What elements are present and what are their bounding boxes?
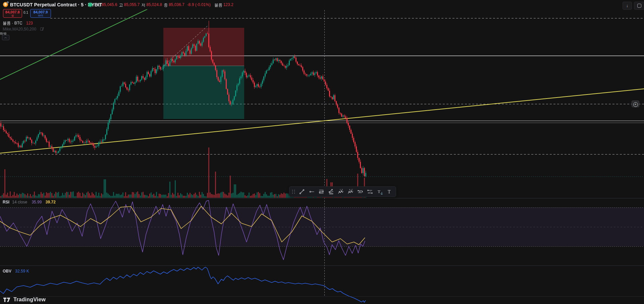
anchored-text-icon: T⚓	[377, 189, 383, 195]
svg-text:1: 1	[340, 189, 341, 191]
btc-symbol-icon: ₿	[3, 2, 8, 7]
obv-legend-title: OBV	[3, 269, 11, 273]
low-value: 85,024.8	[146, 2, 162, 8]
parallel-channel-icon	[357, 189, 363, 195]
svg-text:T: T	[378, 189, 380, 194]
tool-disjoint-channel[interactable]	[365, 187, 374, 196]
horizontal-ray-icon	[309, 189, 315, 195]
drawing-toolbar: 15ACT⚓T	[289, 186, 396, 197]
pitchfork-icon	[328, 189, 334, 195]
eye-hidden-icon[interactable]: 👁̸	[40, 27, 43, 32]
elliott-correction-wave-icon: AC	[347, 189, 354, 195]
rsi-legend-params: 14 close	[12, 200, 27, 204]
obv-legend[interactable]: OBV 32.59 K	[3, 269, 29, 273]
obv-value: 32.59 K	[15, 269, 29, 273]
chart-canvas[interactable]	[0, 0, 644, 304]
svg-text:T: T	[388, 189, 391, 194]
svg-text:5: 5	[342, 189, 343, 191]
tool-anchored-text[interactable]: T⚓	[375, 187, 384, 196]
ma-legend-title: Mike,MA20,50,200	[3, 27, 36, 32]
plus-circle-icon: +	[633, 102, 638, 107]
trend-line-icon	[299, 189, 305, 195]
restore-button[interactable]	[634, 2, 644, 10]
restore-icon	[637, 4, 641, 8]
chart-header: ₿ BTCUSDT Perpetual Contract · 5 · BYBIT…	[0, 0, 644, 9]
ohlc-readout: 시85,045.6 고85,055.7 저85,024.8 종85,036.7 …	[97, 2, 233, 8]
buy-button[interactable]: 84,007.9 바이	[30, 9, 51, 18]
sell-label: 셀	[3, 14, 22, 17]
tool-elliott-impulse-wave[interactable]: 15	[336, 187, 345, 196]
volume-legend[interactable]: 볼륨 · BTC 123	[3, 20, 33, 26]
tool-text[interactable]: T	[385, 187, 394, 196]
volume-legend-value: 123	[26, 21, 33, 25]
tradingview-logo[interactable]: TradingView	[3, 297, 46, 303]
high-label: 고	[119, 2, 123, 8]
high-value: 85,055.7	[124, 2, 140, 8]
elliott-impulse-wave-icon: 15	[338, 189, 344, 195]
tradingview-logo-icon	[3, 297, 11, 302]
tool-parallel-channel[interactable]	[356, 187, 365, 196]
market-status-dot	[88, 3, 92, 7]
svg-text:⚓: ⚓	[380, 192, 383, 195]
rsi-ma-value: 39.72	[46, 200, 56, 204]
tradingview-chart-window: { "header": { "symbol_title": "BTCUSDT P…	[0, 0, 644, 304]
tool-elliott-correction-wave[interactable]: AC	[346, 187, 355, 196]
tool-pitchfork[interactable]	[326, 187, 335, 196]
tradingview-logo-text: TradingView	[13, 297, 46, 303]
down-arrow-icon: ↓	[626, 3, 629, 8]
rsi-legend-title: RSI	[3, 200, 9, 204]
text-icon: T	[386, 189, 392, 195]
svg-text:C: C	[352, 189, 353, 191]
volume-label: 볼륨	[214, 2, 222, 8]
volume-value: 123.2	[223, 2, 233, 8]
tool-trend-line[interactable]	[297, 187, 306, 196]
ma-legend[interactable]: Mike,MA20,50,200 👁̸	[3, 27, 43, 32]
tool-horizontal-ray[interactable]	[307, 187, 316, 196]
buy-label: 바이	[31, 14, 51, 17]
volume-legend-title: 볼륨 · BTC	[3, 21, 22, 25]
scroll-down-button[interactable]: ↓	[623, 2, 632, 10]
rsi-legend[interactable]: RSI 14 close 35.99 39.72	[3, 200, 56, 204]
tool-fib-retracement[interactable]	[317, 187, 326, 196]
fib-retracement-icon	[318, 189, 324, 195]
add-alert-plus-button[interactable]: +	[632, 101, 639, 107]
open-label: 시	[97, 2, 101, 8]
open-value: 85,045.6	[102, 2, 117, 8]
svg-text:A: A	[349, 189, 351, 191]
sell-button[interactable]: 84,007.8 셀	[3, 9, 22, 18]
low-label: 저	[141, 2, 145, 8]
drag-handle[interactable]	[291, 189, 296, 195]
rsi-value: 35.99	[32, 200, 42, 204]
collapse-button[interactable]: ︿	[2, 35, 9, 40]
close-label: 종	[164, 2, 168, 8]
disjoint-channel-icon	[367, 189, 373, 195]
spread-value: 0.1	[22, 11, 30, 14]
chevron-up-icon: ︿	[4, 36, 7, 39]
change-value: -8.9 (-0.01%)	[187, 2, 211, 8]
close-value: 85,036.7	[169, 2, 184, 8]
